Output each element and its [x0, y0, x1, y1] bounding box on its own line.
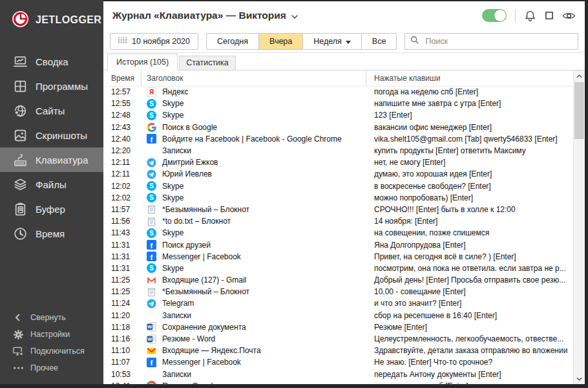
row-title: *Безымянный – Блокнот: [162, 287, 249, 296]
table-row[interactable]: 10:53Запискипередать Антону документы [E…: [103, 369, 585, 380]
tab-history[interactable]: История (105): [107, 54, 178, 70]
keystroke-table: Время Заголовок Нажатые клавиши 12:57ЯЯн…: [103, 70, 585, 384]
row-keys: вакансии офис менеджер [Enter]: [366, 123, 585, 132]
skype-icon: S: [147, 228, 156, 238]
row-time: 11:31: [103, 241, 142, 250]
window-icon[interactable]: [545, 11, 554, 20]
row-time: 12:02: [103, 182, 142, 191]
table-row[interactable]: 11:16WРезюме - WordЦелеустремленность, л…: [103, 333, 585, 345]
scrollbar-thumb[interactable]: [574, 82, 584, 139]
sidebar-item-label: Файлы: [36, 179, 67, 190]
table-row[interactable]: 11:43SSkypeна совещении, позже спишемся: [103, 227, 585, 239]
table-row[interactable]: 11:25Входящие (127) - GmailДобрый день! …: [103, 274, 585, 286]
row-title: Skype: [162, 99, 184, 108]
connect-icon: [12, 346, 24, 356]
date-picker-button[interactable]: 10 ноября 2020: [110, 33, 198, 50]
column-header-keys[interactable]: Нажатые клавиши: [366, 74, 585, 83]
table-row[interactable]: 11:57*Безымянный – БлокнотСРОЧНО!!! [Ent…: [103, 204, 585, 215]
table-row[interactable]: 12:40fВойдите на Facebook | Facebook - G…: [103, 133, 585, 145]
row-title: Поиск в Google: [162, 382, 217, 384]
table-row[interactable]: 12:11Юрий Иевлевдумаю, это хорошая идея …: [103, 168, 585, 180]
table-row[interactable]: 12:20Запискикупить продукты [Enter] отве…: [103, 145, 585, 156]
table-row[interactable]: 12:48SSkype123 [Enter]: [103, 109, 585, 121]
row-time: 11:16: [103, 334, 142, 343]
row-keys: на совещении, позже спишемся: [366, 228, 585, 237]
table-row[interactable]: 10:41Поиск в Googleзаказать пиццу спб [E…: [103, 380, 585, 384]
table-row[interactable]: 11:18WСохранение документаРезюме [Enter]: [103, 321, 585, 333]
vertical-scrollbar[interactable]: [573, 70, 585, 384]
sidebar-item-screenshots[interactable]: Скриншоты: [0, 123, 103, 147]
range-button-today[interactable]: Сегодня: [206, 33, 259, 50]
row-title: Поиск в Google: [162, 123, 217, 132]
table-row[interactable]: 11:31fПоиск друзейЯна Долгопрудова [Ente…: [103, 239, 585, 250]
range-button-yesterday[interactable]: Вчера: [258, 33, 303, 50]
sidebar-footer-item-collapse[interactable]: Свернуть: [0, 309, 103, 326]
row-time: 11:24: [103, 299, 142, 308]
table-row[interactable]: 12:11Дмитрий Ежковнет, не смогу [Enter]: [103, 156, 585, 168]
eye-icon[interactable]: [562, 11, 576, 21]
sidebar-item-files[interactable]: Файлы: [0, 172, 103, 197]
sidebar-item-sites[interactable]: Сайты: [0, 98, 103, 123]
sidebar-item-programs[interactable]: Программы: [0, 74, 103, 98]
sidebar-footer-item-settings[interactable]: Настройки: [0, 326, 103, 343]
table-row[interactable]: 12:02SSkypeв воскресенье свободен? [Ente…: [103, 180, 585, 192]
table-row[interactable]: 12:57ЯЯндекспогода на неделю спб [Enter]: [103, 86, 585, 98]
sidebar-item-keyboard[interactable]: Клавиатура: [0, 147, 103, 172]
sidebar-footer-item-more[interactable]: Прочее: [0, 360, 103, 376]
row-keys: Здравствуйте, детали заказа отправляю во…: [366, 346, 585, 355]
table-row[interactable]: 11:31SSkypeпосмотрим, она пока не ответи…: [103, 263, 585, 274]
chrome-icon: [147, 381, 156, 384]
row-time: 11:25: [103, 275, 142, 285]
column-header-time[interactable]: Время: [103, 70, 142, 86]
sidebar-footer-item-connect[interactable]: Подключиться: [0, 343, 103, 360]
bell-icon[interactable]: [524, 10, 536, 22]
toggle-knob: [494, 10, 506, 21]
sidebar-item-time[interactable]: Время: [0, 221, 103, 246]
table-row[interactable]: 11:20Запискисбор на ресепшене в 16:40 [E…: [103, 310, 585, 321]
google-icon: [147, 122, 156, 132]
row-keys: Привет, на сегодня всё в силе? ) [Enter]: [366, 252, 585, 261]
row-title: Дмитрий Ежков: [162, 158, 218, 167]
table-row[interactable]: 12:02SSkypeможно попробовать) [Enter]: [103, 192, 585, 204]
row-title: Входящие (127) - Gmail: [162, 275, 246, 285]
range-button-all[interactable]: Все: [361, 33, 397, 50]
more-icon: [12, 363, 24, 373]
monitoring-toggle[interactable]: [482, 9, 507, 22]
row-keys: Не знаю. [Enter] Что-то срочное?: [366, 358, 585, 367]
row-time: 11:25: [103, 287, 142, 296]
search-input[interactable]: [424, 36, 572, 47]
table-row[interactable]: 11:07fMessenger | FacebookНе знаю. [Ente…: [103, 356, 585, 368]
row-title: Telegram: [162, 299, 194, 308]
row-keys: купить продукты [Enter] ответить Максиму: [366, 146, 585, 155]
table-row[interactable]: 11:56*to do.txt – Блокнот14 ноября: [Ent…: [103, 215, 585, 227]
row-keys: 123 [Enter]: [366, 111, 585, 120]
table-row[interactable]: 11:25*Безымянный – Блокнот10.00 - совеща…: [103, 286, 585, 297]
sidebar: JETLOGGER СводкаПрограммыСайтыСкриншотыК…: [0, 0, 103, 384]
facebook-icon: f: [147, 134, 156, 144]
scroll-up-icon[interactable]: [574, 70, 585, 81]
sidebar-item-clipboard[interactable]: Буфер: [0, 197, 103, 221]
files-icon: [12, 177, 28, 192]
sidebar-footer-label: Прочее: [30, 363, 58, 372]
telegram-icon: [147, 158, 156, 167]
table-row[interactable]: 11:10Входящие — Яндекс.ПочтаЗдравствуйте…: [103, 345, 585, 356]
sites-icon: [12, 103, 28, 118]
table-row[interactable]: 12:43Поиск в Googleвакансии офис менедже…: [103, 122, 585, 133]
jetlogger-logo-icon: [12, 10, 29, 30]
row-time: 12:02: [103, 193, 142, 202]
range-button-week[interactable]: Неделя: [302, 33, 362, 50]
sidebar-item-summary[interactable]: Сводка: [0, 49, 103, 74]
row-keys: заказать пиццу спб [Enter]: [366, 382, 585, 384]
programs-icon: [12, 78, 28, 94]
scroll-down-icon[interactable]: [574, 373, 585, 384]
tab-statistics[interactable]: Статистика: [179, 56, 236, 70]
page-title[interactable]: Журнал «Клавиатура» — Виктория: [112, 10, 298, 21]
table-row[interactable]: 12:55SSkypeнапишите мне завтра с утра [E…: [103, 98, 585, 109]
table-row[interactable]: 11:31fMessenger | FacebookПривет, на сег…: [103, 251, 585, 263]
column-header-title[interactable]: Заголовок: [142, 70, 366, 86]
table-row[interactable]: 11:24Telegramи что это значит? [Enter]: [103, 297, 585, 309]
search-box[interactable]: [404, 33, 578, 50]
screenshots-icon: [12, 127, 28, 143]
sidebar-footer-label: Подключиться: [30, 347, 85, 356]
settings-icon: [12, 329, 24, 339]
